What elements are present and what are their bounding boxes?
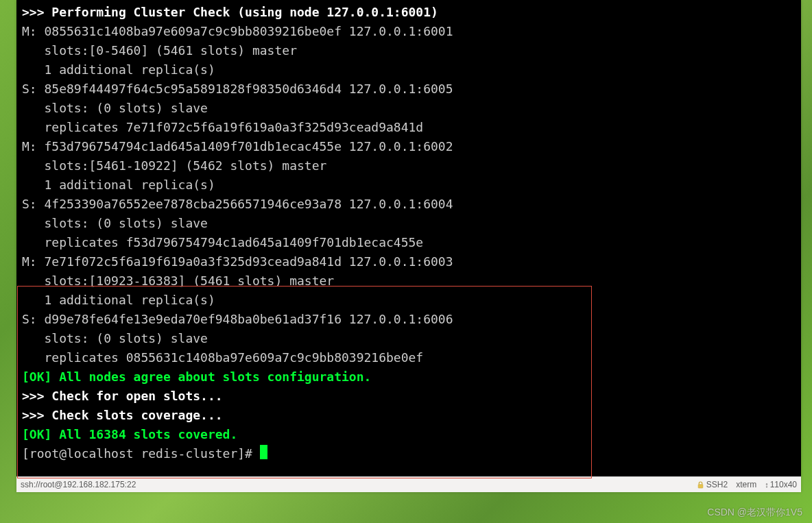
terminal-prompt: [root@localhost redis-cluster]# [22, 446, 260, 461]
svg-rect-0 [698, 484, 703, 487]
terminal-line: >>> Performing Cluster Check (using node… [22, 5, 438, 19]
terminal-line: slots:[0-5460] (5461 slots) master [22, 43, 297, 58]
terminal-cursor [260, 445, 267, 459]
terminal-line: slots: (0 slots) slave [22, 216, 208, 230]
terminal-line: replicates 7e71f072c5f6a19f619a0a3f325d9… [22, 120, 423, 134]
terminal-line: replicates f53d796754794c1ad645a1409f701… [22, 235, 423, 250]
terminal-line: S: 85e89f44497f64c5c95a5891828f98350d634… [22, 82, 453, 96]
terminal-line: >>> Check slots coverage... [22, 408, 223, 422]
status-size-label: 110x40 [770, 480, 797, 489]
terminal-window: >>> Performing Cluster Check (using node… [16, 0, 801, 492]
status-size: ↕ 110x40 [765, 480, 797, 489]
terminal-line: slots: (0 slots) slave [22, 101, 208, 115]
terminal-line: slots: (0 slots) slave [22, 331, 208, 345]
status-bar: ssh://root@192.168.182.175:22 SSH2 xterm… [16, 476, 801, 492]
terminal-line: M: f53d796754794c1ad645a1409f701db1ecac4… [22, 139, 453, 154]
status-ssh: SSH2 [697, 480, 728, 489]
terminal-line: replicates 0855631c1408ba97e609a7c9c9bb8… [22, 350, 423, 365]
terminal-line: S: d99e78fe64fe13e9eda70ef948ba0be61ad37… [22, 312, 453, 326]
terminal-line: 1 additional replica(s) [22, 62, 215, 77]
terminal-line: 1 additional replica(s) [22, 178, 215, 192]
terminal-line: 1 additional replica(s) [22, 293, 215, 307]
lock-icon [697, 481, 704, 489]
terminal-line: slots:[5461-10922] (5462 slots) master [22, 158, 326, 173]
terminal-output[interactable]: >>> Performing Cluster Check (using node… [16, 0, 801, 476]
status-term: xterm [736, 480, 756, 489]
status-ssh-label: SSH2 [706, 480, 728, 489]
terminal-line-ok: [OK] All 16384 slots covered. [22, 427, 237, 441]
terminal-line: M: 7e71f072c5f6a19f619a0a3f325d93cead9a8… [22, 254, 453, 269]
terminal-line: M: 0855631c1408ba97e609a7c9c9bb8039216be… [22, 24, 453, 38]
terminal-line: S: 4f253390a76552ee7878cba2566571946ce93… [22, 197, 453, 211]
terminal-line: >>> Check for open slots... [22, 389, 223, 403]
terminal-line-ok: [OK] All nodes agree about slots configu… [22, 369, 371, 384]
terminal-line: slots:[10923-16383] (5461 slots) master [22, 273, 334, 288]
status-connection: ssh://root@192.168.182.175:22 [21, 480, 697, 489]
resize-icon: ↕ [765, 481, 767, 489]
